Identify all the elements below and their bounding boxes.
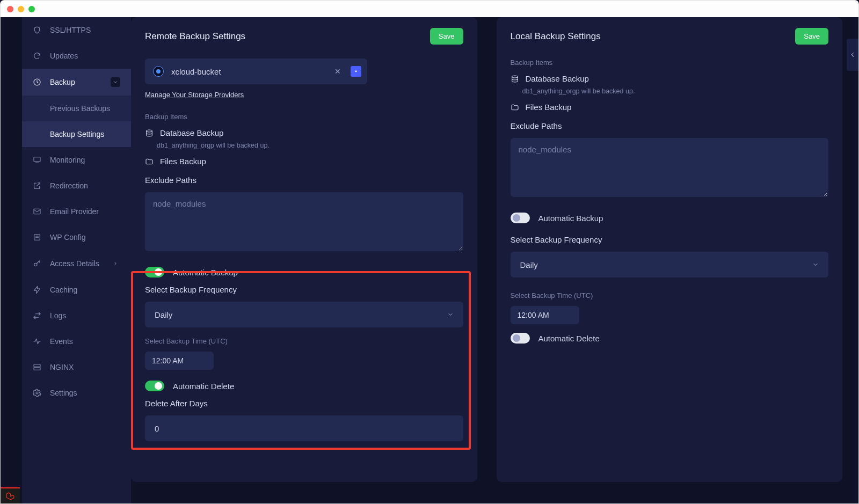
- database-backup-row: Database Backup: [511, 74, 829, 83]
- svg-point-16: [512, 76, 518, 78]
- local-time-input[interactable]: [511, 306, 579, 324]
- remote-auto-delete-label: Automatic Delete: [173, 382, 234, 391]
- remote-exclude-paths-input[interactable]: [145, 192, 463, 251]
- local-save-button[interactable]: Save: [795, 28, 828, 45]
- local-card-title: Local Backup Settings: [511, 31, 601, 42]
- sidebar-item-email-provider[interactable]: Email Provider: [22, 199, 131, 224]
- local-auto-delete-label: Automatic Delete: [538, 334, 600, 343]
- remote-auto-delete-toggle[interactable]: [145, 381, 164, 391]
- sidebar-item-redirection[interactable]: Redirection: [22, 173, 131, 199]
- local-auto-backup-label: Automatic Backup: [538, 214, 603, 223]
- collapse-panel-button[interactable]: [847, 39, 858, 71]
- sidebar-sub-backup-settings[interactable]: Backup Settings: [22, 121, 131, 147]
- exclude-paths-label: Exclude Paths: [511, 121, 829, 130]
- remote-auto-backup-toggle[interactable]: [145, 267, 164, 277]
- laravel-icon: [5, 491, 15, 501]
- database-backup-label: Database Backup: [160, 128, 223, 137]
- window-max-dot[interactable]: [28, 6, 35, 12]
- svg-point-15: [147, 130, 152, 132]
- manage-storage-link[interactable]: Manage Your Storage Providers: [145, 91, 244, 99]
- sidebar-item-monitoring[interactable]: Monitoring: [22, 147, 131, 173]
- clear-provider-button[interactable]: ✕: [332, 65, 343, 78]
- sidebar-label: Events: [50, 337, 73, 346]
- sidebar-label: WP Config: [50, 233, 86, 242]
- local-frequency-label: Select Backup Frequency: [511, 235, 829, 244]
- svg-marker-8: [34, 286, 40, 293]
- key-icon: [33, 259, 41, 268]
- sidebar-collapse-toggle[interactable]: [111, 77, 120, 87]
- server-icon: [33, 363, 41, 371]
- chevron-down-icon: [447, 311, 454, 318]
- external-link-icon: [33, 181, 41, 190]
- sidebar-label: Access Details: [50, 259, 99, 268]
- database-backup-note: db1_anything_orgp will be backed up.: [157, 142, 463, 149]
- sidebar-item-logs[interactable]: Logs: [22, 303, 131, 328]
- sidebar-item-caching[interactable]: Caching: [22, 277, 131, 303]
- remote-frequency-select[interactable]: Daily: [145, 302, 463, 327]
- local-auto-delete-toggle[interactable]: [511, 333, 530, 344]
- swap-icon: [33, 311, 41, 320]
- database-backup-row: Database Backup: [145, 128, 463, 137]
- provider-logo-icon: [153, 66, 164, 77]
- sidebar-item-events[interactable]: Events: [22, 328, 131, 354]
- remote-delete-after-label: Delete After Days: [145, 399, 463, 408]
- files-backup-row: Files Backup: [145, 157, 463, 166]
- sidebar-label: Caching: [50, 286, 77, 294]
- svg-rect-4: [34, 235, 40, 240]
- sidebar-item-settings[interactable]: Settings: [22, 380, 131, 406]
- database-icon: [511, 75, 519, 83]
- folder-icon: [145, 157, 154, 166]
- sidebar: SSL/HTTPS Updates Backup Previous Backup…: [22, 17, 131, 503]
- remote-frequency-value: Daily: [155, 310, 172, 319]
- sidebar-label: Updates: [50, 52, 78, 60]
- sidebar-label: Logs: [50, 311, 66, 320]
- sidebar-item-access-details[interactable]: Access Details: [22, 250, 131, 277]
- local-backup-card: Local Backup Settings Save Backup Items …: [497, 17, 843, 482]
- svg-rect-12: [34, 368, 40, 370]
- files-backup-row: Files Backup: [511, 103, 829, 112]
- caret-down-icon: [353, 69, 359, 74]
- svg-point-13: [36, 392, 38, 394]
- window-min-dot[interactable]: [18, 6, 24, 12]
- laravel-badge[interactable]: [1, 487, 20, 503]
- remote-save-button[interactable]: Save: [430, 28, 463, 45]
- folder-icon: [511, 103, 519, 112]
- bolt-icon: [33, 286, 41, 294]
- app-viewport: SSL/HTTPS Updates Backup Previous Backup…: [0, 17, 859, 504]
- local-exclude-paths-input[interactable]: [511, 138, 829, 197]
- sidebar-label: Email Provider: [50, 207, 99, 216]
- svg-marker-14: [355, 71, 358, 72]
- storage-provider-select[interactable]: xcloud-bucket ✕: [145, 59, 367, 84]
- sidebar-label: Redirection: [50, 181, 88, 190]
- remote-card-title: Remote Backup Settings: [145, 31, 245, 42]
- config-icon: [33, 233, 41, 242]
- monitor-icon: [33, 156, 41, 164]
- local-frequency-value: Daily: [520, 260, 538, 269]
- remote-time-input[interactable]: [145, 352, 214, 370]
- database-icon: [145, 129, 154, 137]
- chevron-down-icon: [113, 79, 118, 85]
- main-content: Remote Backup Settings Save xcloud-bucke…: [131, 17, 842, 503]
- sidebar-item-backup[interactable]: Backup: [22, 69, 131, 96]
- sidebar-item-updates[interactable]: Updates: [22, 43, 131, 69]
- provider-dropdown-button[interactable]: [351, 66, 361, 77]
- sidebar-sub-previous-backups[interactable]: Previous Backups: [22, 96, 131, 121]
- local-frequency-select[interactable]: Daily: [511, 252, 829, 277]
- window-close-dot[interactable]: [7, 6, 13, 12]
- remote-time-label: Select Backup Time (UTC): [145, 337, 463, 345]
- sidebar-label: NGINX: [50, 363, 74, 371]
- sidebar-expand-toggle[interactable]: [111, 259, 120, 268]
- remote-delete-after-input[interactable]: [145, 415, 463, 441]
- provider-name: xcloud-bucket: [171, 67, 325, 76]
- gear-icon: [33, 389, 41, 397]
- remote-frequency-label: Select Backup Frequency: [145, 285, 463, 294]
- svg-rect-3: [34, 209, 40, 214]
- svg-rect-1: [34, 157, 40, 162]
- sidebar-item-nginx[interactable]: NGINX: [22, 354, 131, 380]
- exclude-paths-label: Exclude Paths: [145, 176, 463, 185]
- sidebar-item-ssl[interactable]: SSL/HTTPS: [22, 17, 131, 43]
- backup-icon: [33, 78, 41, 86]
- local-auto-backup-toggle[interactable]: [511, 213, 530, 223]
- sidebar-item-wp-config[interactable]: WP Config: [22, 224, 131, 250]
- local-time-label: Select Backup Time (UTC): [511, 291, 829, 300]
